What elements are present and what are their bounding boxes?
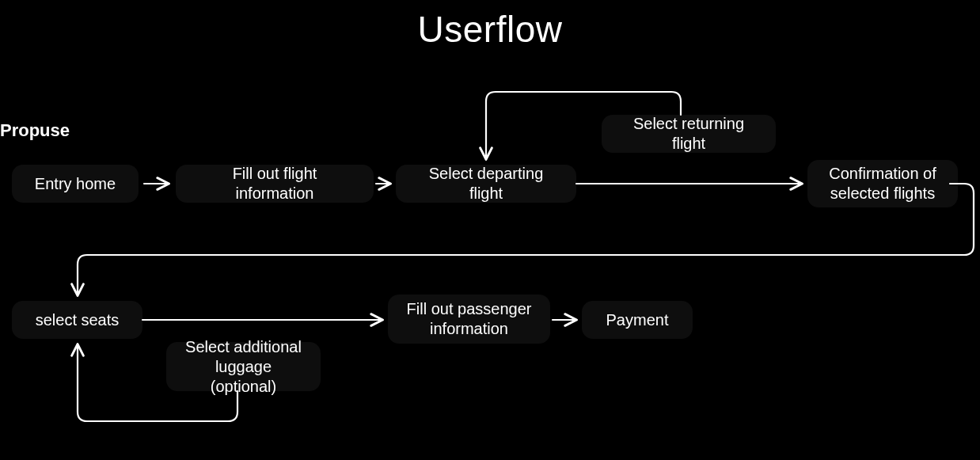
node-entry-home: Entry home	[12, 165, 139, 203]
connectors	[0, 0, 980, 460]
node-select-luggage: Select additional luggage (optional)	[166, 342, 321, 391]
node-confirmation: Confirmation of selected flights	[807, 160, 958, 207]
node-select-returning: Select returning flight	[602, 115, 776, 153]
node-fill-passenger: Fill out passenger information	[388, 295, 550, 344]
node-payment: Payment	[582, 301, 693, 339]
node-select-departing: Select departing flight	[396, 165, 576, 203]
page-title: Userflow	[0, 8, 980, 51]
section-label: Propuse	[0, 120, 70, 141]
node-fill-flight-info: Fill out flight information	[176, 165, 374, 203]
node-select-seats: select seats	[12, 301, 142, 339]
